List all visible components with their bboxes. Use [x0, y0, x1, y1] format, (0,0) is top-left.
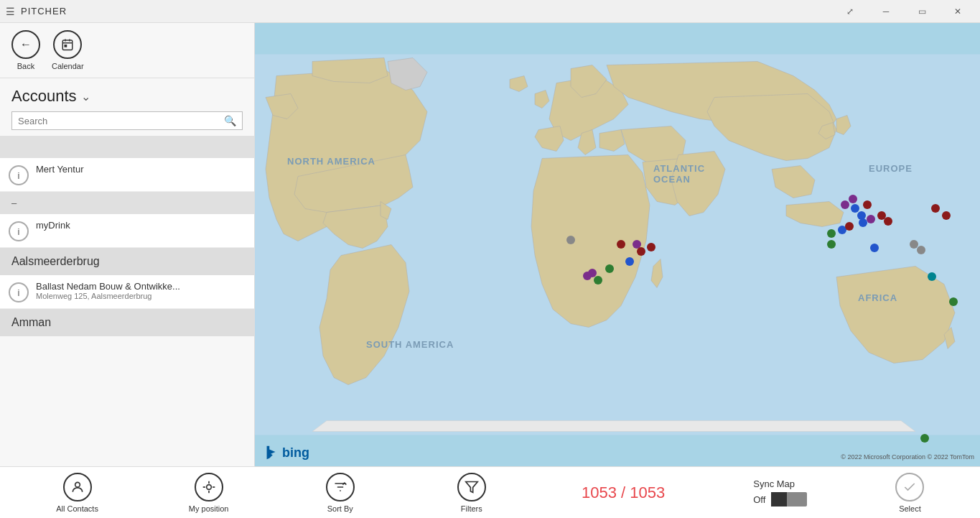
filters-label: Filters [461, 504, 482, 513]
map-dot[interactable] [617, 240, 625, 249]
title-bar: ☰ PITCHER ⤢ ─ ▭ ✕ [0, 0, 980, 23]
info-icon[interactable]: i [9, 221, 29, 241]
main-layout: ← Back Calendar Accounts ⌄ [0, 23, 980, 518]
sort-by-button[interactable]: Sort By [319, 473, 362, 513]
map-dot[interactable] [827, 229, 836, 238]
accounts-list: i Mert Yentur – i myDrink Aalsmeerderbru… [0, 136, 254, 518]
my-position-button[interactable]: My position [187, 473, 230, 513]
person-icon [70, 480, 85, 494]
map-dot[interactable] [870, 244, 879, 252]
copyright-text: © 2022 Microsoft Corporation © 2022 TomT… [841, 453, 974, 461]
my-position-label: My position [189, 504, 229, 513]
sort-by-icon [326, 473, 355, 501]
map-dot[interactable] [841, 200, 849, 209]
map-dot[interactable] [566, 236, 575, 244]
map-dot[interactable] [949, 297, 958, 306]
svg-point-7 [206, 484, 211, 489]
info-icon[interactable]: i [9, 165, 29, 185]
app-title: PITCHER [21, 6, 67, 17]
filters-button[interactable]: Filters [450, 473, 493, 513]
map-dot[interactable] [884, 217, 892, 226]
bing-text: bing [282, 445, 309, 461]
map-dot[interactable] [647, 243, 655, 251]
back-label: Back [17, 62, 34, 70]
title-bar-right: ⤢ ─ ▭ ✕ [834, 0, 974, 23]
calendar-icon [53, 30, 82, 59]
map-dot[interactable] [863, 200, 872, 209]
my-position-icon [195, 473, 223, 501]
map-dot[interactable] [849, 195, 857, 203]
accounts-header: Accounts ⌄ [0, 78, 254, 108]
map-dot[interactable] [845, 222, 854, 231]
account-details: Mert Yentur [36, 164, 84, 175]
minimize-button[interactable]: ─ [869, 0, 902, 23]
select-label: Select [899, 504, 921, 513]
map-dot[interactable] [851, 204, 859, 213]
list-item[interactable]: i Ballast Nedam Bouw & Ontwikke... Molen… [0, 275, 254, 309]
map-dot[interactable] [931, 204, 940, 213]
sidebar-toolbar: ← Back Calendar [0, 23, 254, 78]
close-button[interactable]: ✕ [941, 0, 974, 23]
sidebar: ← Back Calendar Accounts ⌄ [0, 23, 255, 518]
calendar-label: Calendar [52, 62, 84, 70]
calendar-button[interactable]: Calendar [52, 30, 84, 70]
sync-map-label: Sync Map [753, 478, 795, 489]
toggle-thumb [771, 492, 787, 507]
map-dot[interactable] [583, 272, 592, 280]
account-address: Molenweg 125, Aalsmeerderbrug [36, 292, 180, 300]
restore-button[interactable]: ▭ [905, 0, 938, 23]
sync-map-section: Sync Map Off [753, 478, 807, 507]
filters-icon [457, 473, 486, 501]
search-bar: 🔍 [11, 111, 243, 130]
map-dot[interactable] [605, 264, 614, 273]
search-input[interactable] [18, 116, 224, 126]
sort-icon [333, 480, 347, 494]
select-button[interactable]: Select [895, 473, 924, 513]
map-dot[interactable] [625, 257, 634, 266]
svg-rect-4 [65, 45, 67, 47]
sync-toggle-row: Off [753, 492, 807, 507]
svg-point-6 [75, 482, 80, 487]
search-icon: 🔍 [224, 115, 236, 126]
hamburger-icon[interactable]: ☰ [6, 6, 15, 17]
accounts-dropdown-icon[interactable]: ⌄ [81, 90, 90, 103]
map-dot[interactable] [942, 211, 951, 220]
map-dot[interactable] [920, 434, 929, 443]
sync-map-status: Off [753, 494, 765, 505]
map-dot[interactable] [917, 246, 925, 254]
list-item[interactable]: i myDrink [0, 214, 254, 248]
all-contacts-label: All Contacts [56, 504, 98, 513]
svg-marker-12 [465, 481, 477, 492]
list-item[interactable]: i Mert Yentur [0, 158, 254, 192]
svg-rect-0 [63, 40, 73, 50]
group-header-aalsmeerderbrug: Aalsmeerderbrug [0, 248, 254, 275]
all-contacts-button[interactable]: All Contacts [56, 473, 99, 513]
select-icon [895, 473, 924, 501]
group-header-amman: Amman [0, 309, 254, 336]
info-icon[interactable]: i [9, 282, 29, 302]
map-dot[interactable] [827, 240, 836, 249]
account-details: myDrink [36, 220, 70, 231]
counter-display: 1053 / 1053 [582, 484, 665, 502]
accounts-title: Accounts [11, 87, 77, 106]
map-dot[interactable] [928, 272, 936, 281]
sort-by-label: Sort By [327, 504, 353, 513]
map-dot[interactable] [867, 215, 875, 223]
filter-icon [465, 480, 479, 494]
bing-logo: bing [263, 445, 309, 461]
account-details: Ballast Nedam Bouw & Ontwikke... Molenwe… [36, 281, 180, 300]
back-icon: ← [11, 30, 40, 59]
sync-map-toggle[interactable] [771, 492, 807, 507]
checkmark-icon [902, 480, 917, 494]
map-dot[interactable] [594, 276, 602, 285]
all-contacts-icon [63, 473, 92, 501]
section-header-empty1 [0, 136, 254, 158]
map-area[interactable]: NORTH AMERICA AtlanticOcean EUROPE ASIA … [255, 23, 980, 466]
map-dot[interactable] [637, 247, 645, 256]
title-bar-left: ☰ PITCHER [6, 6, 67, 17]
expand-button[interactable]: ⤢ [834, 0, 867, 23]
section-header-empty2: – [0, 192, 254, 214]
back-button[interactable]: ← Back [11, 30, 40, 70]
bottom-toolbar: All Contacts My position Sort By [0, 466, 980, 518]
location-target-icon [202, 480, 216, 494]
